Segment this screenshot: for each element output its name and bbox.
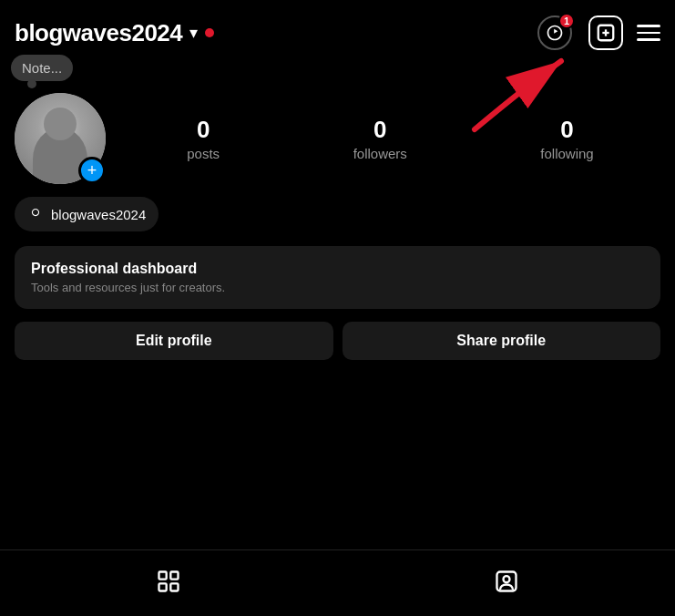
header-username[interactable]: blogwaves2024 (15, 19, 182, 47)
grid-icon (156, 569, 181, 594)
followers-stat[interactable]: 0 followers (353, 116, 407, 161)
followers-label: followers (353, 146, 407, 161)
grid-nav-button[interactable] (148, 561, 189, 601)
menu-line-2 (637, 32, 660, 35)
avatar-head (44, 108, 77, 140)
followers-count: 0 (373, 116, 386, 144)
status-dot (205, 28, 214, 37)
menu-line-3 (637, 38, 660, 41)
svg-rect-5 (171, 572, 179, 580)
threads-badge-icon (27, 204, 44, 224)
svg-rect-7 (171, 583, 179, 590)
person-icon (494, 569, 519, 594)
stats-container: 0 posts 0 followers 0 following (120, 116, 660, 161)
posts-stat[interactable]: 0 posts (187, 116, 220, 161)
person-nav-button[interactable] (486, 561, 527, 601)
pro-dashboard-subtitle: Tools and resources just for creators. (31, 281, 644, 294)
posts-count: 0 (197, 116, 210, 144)
profile-section: Note... + 0 posts 0 followers 0 followin… (0, 62, 675, 197)
menu-button[interactable] (637, 25, 660, 41)
professional-dashboard[interactable]: Professional dashboard Tools and resourc… (15, 246, 660, 309)
add-content-button[interactable] (586, 13, 626, 53)
note-bubble[interactable]: Note... (11, 55, 73, 81)
share-profile-button[interactable]: Share profile (343, 322, 661, 360)
svg-rect-4 (159, 572, 167, 580)
notification-badge: 1 (558, 13, 575, 29)
chevron-down-icon[interactable]: ▾ (189, 23, 198, 43)
menu-line-1 (637, 25, 660, 27)
header-left: blogwaves2024 ▾ (15, 19, 214, 47)
username-badge-text: blogwaves2024 (51, 207, 146, 222)
following-stat[interactable]: 0 following (540, 116, 593, 161)
profile-buttons: Edit profile Share profile (15, 322, 660, 360)
svg-point-9 (503, 576, 509, 582)
plus-square-icon (588, 15, 623, 50)
following-count: 0 (560, 116, 573, 144)
pro-dashboard-title: Professional dashboard (31, 261, 644, 277)
username-badge[interactable]: blogwaves2024 (15, 197, 159, 231)
svg-rect-6 (159, 583, 167, 590)
header: blogwaves2024 ▾ 1 (0, 0, 675, 62)
header-icons: 1 (535, 13, 660, 53)
note-text: Note... (22, 60, 62, 76)
threads-icon-button[interactable]: 1 (535, 13, 575, 53)
posts-label: posts (187, 146, 220, 161)
following-label: following (540, 146, 593, 161)
bottom-nav (0, 549, 675, 616)
add-photo-button[interactable]: + (78, 157, 106, 184)
plus-icon: + (87, 161, 97, 180)
avatar-container: Note... + (15, 67, 106, 184)
edit-profile-button[interactable]: Edit profile (15, 322, 333, 360)
